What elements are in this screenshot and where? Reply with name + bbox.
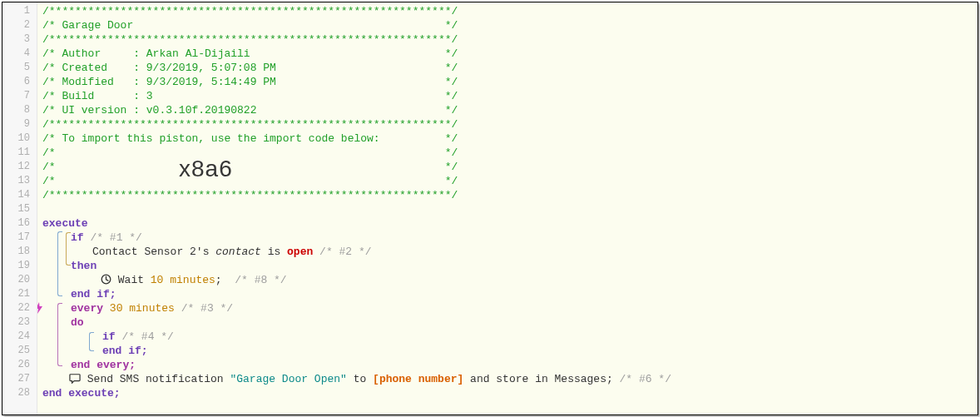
comment-created: /* Created : 9/3/2019, 5:07:08 PM */ (42, 62, 458, 74)
unit-minutes: minutes (129, 302, 175, 315)
state-open: open (287, 246, 313, 258)
sms-text: "Garage Door Open" (230, 373, 346, 385)
comment-ui-version: /* UI version : v0.3.10f.20190822 */ (42, 104, 458, 117)
phone-number[interactable]: [phone number] (373, 373, 463, 385)
cm-1: /* #1 */ (90, 231, 141, 244)
text: to (347, 373, 373, 385)
kw-end-if-inner[interactable]: end if; (102, 345, 148, 357)
num-30: 30 (110, 302, 123, 315)
text: is (261, 246, 287, 258)
text: and store in Messages; (463, 373, 619, 385)
kw-do[interactable]: do (71, 316, 84, 329)
unit-minutes: minutes (163, 274, 215, 286)
comment-title: /* Garage Door */ (42, 19, 458, 32)
kw-execute[interactable]: execute (42, 217, 88, 230)
clock-icon (101, 274, 111, 285)
comment-author: /* Author : Arkan Al-Dijaili */ (42, 47, 458, 60)
comment-build: /* Build : 3 */ (42, 90, 458, 102)
kw-end-if[interactable]: end if; (71, 288, 116, 300)
text: 's (196, 246, 215, 258)
comment-header: /***************************************… (42, 33, 458, 46)
comment-import-label: /* To import this piston, use the import… (42, 132, 458, 145)
kw-end-execute[interactable]: end execute; (42, 387, 121, 400)
comment-blank: /* */ (42, 146, 458, 159)
cm-8: /* #8 */ (235, 274, 286, 286)
kw-every[interactable]: every (71, 302, 103, 315)
num-10: 10 (151, 274, 164, 286)
code-viewer: 1234 5678 9101112 13141516 17181920 2122… (2, 2, 978, 415)
cm-3: /* #3 */ (181, 302, 233, 315)
attr-contact: contact (215, 246, 261, 258)
cm-4: /* #4 */ (121, 330, 173, 343)
device-name[interactable]: Contact Sensor 2 (92, 246, 196, 258)
line-number-gutter: 1234 5678 9101112 13141516 17181920 2122… (2, 2, 37, 415)
message-icon (69, 373, 81, 384)
text-wait: Wait (111, 274, 151, 286)
comment-blank: /* */ (42, 161, 458, 173)
kw-end-every[interactable]: end every; (71, 359, 136, 371)
cm-6: /* #6 */ (620, 373, 671, 385)
comment-sep: /***************************************… (42, 118, 458, 131)
code-area[interactable]: x8a6 /**********************************… (37, 2, 978, 415)
cm-2: /* #2 */ (319, 246, 371, 258)
comment-sep: /***************************************… (42, 189, 458, 201)
comment-blank: /* */ (42, 175, 458, 187)
comment-header: /***************************************… (42, 5, 458, 17)
comment-modified: /* Modified : 9/3/2019, 5:14:49 PM */ (42, 76, 458, 88)
kw-then[interactable]: then (71, 260, 97, 272)
text-send: Send SMS notification (81, 373, 230, 385)
kw-if[interactable]: if (71, 231, 84, 244)
kw-if-inner[interactable]: if (102, 330, 116, 343)
semi: ; (215, 274, 222, 286)
